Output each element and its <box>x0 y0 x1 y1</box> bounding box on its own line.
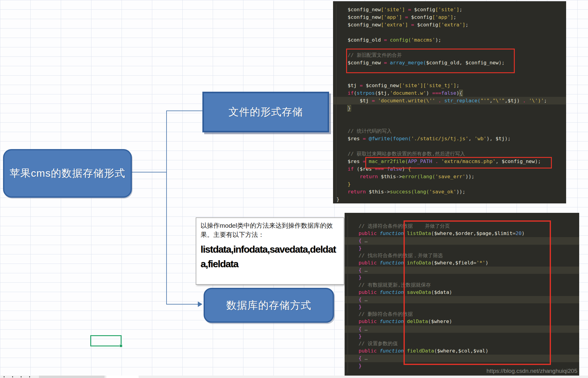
code-line <box>348 74 566 82</box>
node-label: 文件的形式存储 <box>229 105 303 119</box>
annotation-box-merge <box>346 49 515 73</box>
spreadsheet-canvas: 苹果cms的数据存储形式 文件的形式存储 数据库的存储方式 以操作model类中… <box>0 0 588 378</box>
code-line: } <box>348 180 566 188</box>
code-line: $config_new['extra'] = $config['extra']; <box>348 21 566 29</box>
code-line <box>348 112 566 120</box>
note-method-list: listdata,infodata,savedata,deldata,field… <box>201 242 339 271</box>
code-line: if(strpos($tj,'document.w') ===false){ <box>348 89 566 97</box>
note-description: 以操作model类中的方法来达到操作数据库的效果。主要有以下方法： <box>201 221 339 240</box>
code-line: return $this->error(lang('save_err')); <box>348 173 566 180</box>
sheet-tab-gap <box>106 376 139 378</box>
arrowhead-icon <box>198 301 202 307</box>
active-cell-selection[interactable] <box>90 335 122 346</box>
code-line: $res = @fwrite(fopen('./static/js/tj.js'… <box>348 135 566 142</box>
fill-handle[interactable] <box>119 344 122 347</box>
node-file-storage[interactable]: 文件的形式存储 <box>202 92 329 132</box>
model-methods-note[interactable]: 以操作model类中的方法来达到操作数据库的效果。主要有以下方法： listda… <box>196 217 344 285</box>
sheet-tab-segment[interactable] <box>39 376 105 378</box>
code-line <box>348 120 566 127</box>
connector-root-to-branch <box>129 172 167 172</box>
code-block-config-save: $config_new['site'] = $config['site'];$c… <box>333 1 566 203</box>
code-line: return $this->success(lang('save_ok')); <box>348 188 566 196</box>
code-line: // 统计代码的写入 <box>348 127 566 135</box>
code-line <box>348 142 566 150</box>
watermark-link: https://blog.csdn.net/zhanghuiqi205 <box>487 368 577 374</box>
annotation-box-arr2file <box>365 157 552 169</box>
node-apple-cms-storage[interactable]: 苹果cms的数据存储形式 <box>3 149 132 198</box>
node-label: 苹果cms的数据存储形式 <box>10 166 125 180</box>
connector-to-db-box <box>166 304 198 305</box>
annotation-box-methods <box>404 220 551 365</box>
code-screenshot-config-save: $config_new['site'] = $config['site'];$c… <box>333 1 566 203</box>
code-line: $tj = $config_new['site']['site_tj']; <box>348 82 566 89</box>
code-line <box>348 29 566 36</box>
tab-scroll-tick <box>21 376 22 377</box>
node-db-storage[interactable]: 数据库的存储方式 <box>204 288 334 323</box>
tab-scroll-tick <box>4 376 5 377</box>
connector-to-file-box <box>166 111 202 111</box>
code-line: $config_new['app'] = $config['app']; <box>348 13 566 21</box>
code-line: } <box>336 196 566 203</box>
code-line: $tj = 'document.write(\'' . str_replace(… <box>348 97 566 104</box>
connector-branch-vertical <box>166 111 167 305</box>
code-line: } <box>348 104 566 112</box>
code-line: // 获取过来网站参数设置的所有参数,然后进行写入 <box>348 150 566 158</box>
node-label: 数据库的存储方式 <box>226 298 311 312</box>
code-line: $config_old = config('maccms'); <box>348 36 566 44</box>
tab-scroll-tick <box>12 376 13 377</box>
code-line: $config_new['site'] = $config['site']; <box>348 6 566 13</box>
tab-scroll-tick <box>29 376 30 377</box>
